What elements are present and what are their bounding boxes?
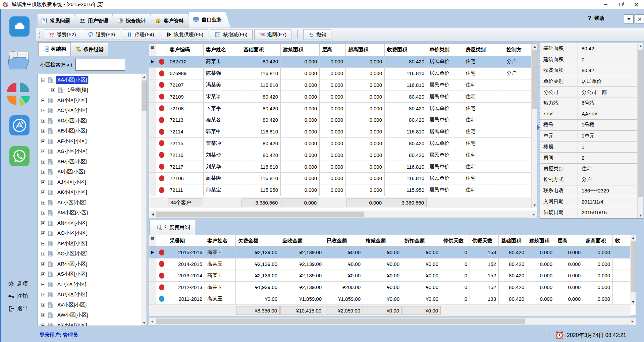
column-header[interactable]: 层高 <box>320 44 346 56</box>
table-row[interactable]: 72117刘某华116.8100.0000.0000.000116.810居民单… <box>149 161 537 173</box>
tree-item[interactable]: AR小区[小区] <box>38 259 141 269</box>
bottom-table-hscrollbar[interactable] <box>149 318 636 325</box>
expand-icon[interactable] <box>41 150 45 153</box>
pie-chart-icon[interactable] <box>6 82 30 106</box>
tree-item[interactable]: AX小区[小区] <box>38 320 141 326</box>
folder-icon[interactable] <box>7 50 31 70</box>
column-header[interactable]: 供暖天数 <box>470 235 499 246</box>
dropdown-button[interactable] <box>624 14 634 23</box>
expand-icon[interactable] <box>41 119 45 123</box>
table-row[interactable]: 72115曹某冲80.4200.0000.0000.00080.420居民单价住… <box>149 138 537 150</box>
tree-item[interactable]: AJ小区[小区] <box>38 177 141 187</box>
tree-item[interactable]: AD小区[小区] <box>38 116 141 126</box>
column-header[interactable]: 客户编码 <box>167 44 204 56</box>
scrollbar-thumb[interactable] <box>156 319 525 324</box>
table-row[interactable]: 72116刘某玲80.4200.0000.0000.00080.420居民单价住… <box>149 149 537 161</box>
expand-icon[interactable] <box>41 180 45 184</box>
tree-scrollbar[interactable] <box>141 74 147 326</box>
close-button[interactable] <box>629 0 644 9</box>
login-user-link[interactable]: 登录用户: 管理员 <box>40 332 78 338</box>
collapse-icon[interactable] <box>41 78 45 82</box>
column-header[interactable]: 超高面积 <box>346 44 385 56</box>
undo-button[interactable]: 撤销 <box>303 29 331 40</box>
table-row[interactable]: 2015-2016高某玉¥2,139.00¥2,139.00¥0.00¥0.00… <box>149 247 636 259</box>
table-row[interactable]: 72106高某隆116.8100.0000.0000.000116.810居民单… <box>149 173 537 184</box>
column-header[interactable]: 折扣金额 <box>402 235 441 246</box>
scroll-right-icon[interactable] <box>530 211 537 218</box>
splitter-collapse-icon[interactable] <box>537 125 540 130</box>
tab-pie[interactable]: 综合统计 <box>113 14 155 27</box>
pause-button[interactable]: 停暖(F4) <box>122 29 159 40</box>
expand-icon[interactable] <box>41 99 45 102</box>
maximize-button[interactable] <box>613 0 629 9</box>
main-table-vscrollbar[interactable] <box>531 44 537 208</box>
expand-icon[interactable] <box>41 129 45 133</box>
tree-item[interactable]: AU小区[小区] <box>38 290 141 300</box>
tree-item[interactable]: AA小区[小区] <box>38 75 141 85</box>
column-header[interactable]: 核减金额 <box>363 235 402 246</box>
tree-item[interactable]: AI小区[小区] <box>38 167 141 177</box>
tree-item[interactable]: AQ小区[小区] <box>38 249 141 259</box>
table-row[interactable]: 72114郭某中116.8100.0000.0000.000116.810居民单… <box>149 126 537 138</box>
resume-button[interactable]: 恢复供暖(F5) <box>161 29 209 40</box>
tab-question[interactable]: ?常见问题 <box>38 14 79 27</box>
tree-item[interactable]: AV小区[小区] <box>38 300 141 310</box>
search-input[interactable] <box>75 59 125 71</box>
app-store-icon[interactable] <box>9 115 30 135</box>
help-button[interactable]: ? 帮助 <box>588 15 604 22</box>
scroll-up-icon[interactable] <box>630 235 636 241</box>
column-header[interactable]: 控制方 <box>504 44 532 56</box>
column-header[interactable]: 收费面积 <box>385 44 427 56</box>
column-header[interactable]: 客户姓名 <box>204 44 241 56</box>
expand-icon[interactable] <box>41 231 45 235</box>
scroll-left-icon[interactable] <box>149 211 156 218</box>
tree-item[interactable]: AS小区[小区] <box>38 269 141 280</box>
close-view-button[interactable] <box>635 14 644 23</box>
expand-icon[interactable] <box>41 160 45 164</box>
table-row[interactable]: 2011-2012高某玉¥0.00¥1,859.00¥1,859.00¥0.00… <box>149 293 636 305</box>
tree-item[interactable]: AP小区[小区] <box>38 238 141 249</box>
scrollbar-thumb[interactable] <box>142 80 147 111</box>
tab-annual-fees[interactable]: 年度费用[5] <box>150 220 196 235</box>
tree-item[interactable]: AM小区[小区] <box>38 208 141 218</box>
tree-item[interactable]: AT小区[小区] <box>38 279 141 290</box>
column-header[interactable]: 应收金额 <box>280 235 324 246</box>
column-header[interactable]: 房屋类别 <box>463 44 504 56</box>
expand-icon[interactable] <box>41 201 45 205</box>
table-row[interactable]: 076989陈某强116.8100.0000.0000.000116.810居民… <box>149 68 537 79</box>
tab-home[interactable]: 客户资料 <box>151 14 193 27</box>
column-header[interactable]: 基础面积 <box>499 235 527 246</box>
tree-item[interactable]: AO小区[小区] <box>38 228 141 239</box>
scroll-up-icon[interactable] <box>141 74 147 80</box>
header-options-icon[interactable] <box>149 235 156 246</box>
tree-item[interactable]: AH小区[小区] <box>38 157 141 167</box>
cloud-icon[interactable] <box>9 16 30 37</box>
table-row[interactable]: 72113程某各80.4200.0000.0000.00080.420居民单价住… <box>149 114 537 126</box>
action-key[interactable]: 注销 <box>8 292 28 300</box>
column-header[interactable]: 单价类别 <box>427 44 463 56</box>
column-header[interactable]: 采暖期 <box>167 235 205 246</box>
expand-icon[interactable] <box>41 313 45 317</box>
detail-scrollbar[interactable] <box>637 43 643 218</box>
scroll-right-icon[interactable] <box>629 318 636 325</box>
whatsapp-icon[interactable] <box>9 146 30 166</box>
expand-icon[interactable] <box>41 272 45 276</box>
scroll-down-icon[interactable] <box>532 203 537 208</box>
tree-item[interactable]: AE小区[小区] <box>38 126 141 136</box>
scrollbar-thumb[interactable] <box>532 50 537 109</box>
expand-icon[interactable] <box>41 303 45 307</box>
scroll-down-icon[interactable] <box>630 299 636 305</box>
scroll-left-icon[interactable] <box>149 318 156 325</box>
column-header[interactable]: 建筑面积 <box>281 44 320 56</box>
bottom-table-vscrollbar[interactable] <box>630 235 636 305</box>
scroll-up-icon[interactable] <box>532 44 537 50</box>
expand-icon[interactable] <box>41 170 45 174</box>
tree-item[interactable]: AW小区[小区] <box>38 310 141 321</box>
column-header[interactable]: 停供天数 <box>441 235 470 246</box>
minimize-button[interactable] <box>598 0 613 9</box>
main-table-hscrollbar[interactable] <box>149 211 537 218</box>
expand-icon[interactable] <box>41 252 45 255</box>
table-row[interactable]: 2013-2014高某玉¥2,139.00¥2,139.00¥0.00¥0.00… <box>149 270 636 282</box>
scroll-up-icon[interactable] <box>638 43 643 49</box>
tree-item[interactable]: AL小区[小区] <box>38 197 141 208</box>
